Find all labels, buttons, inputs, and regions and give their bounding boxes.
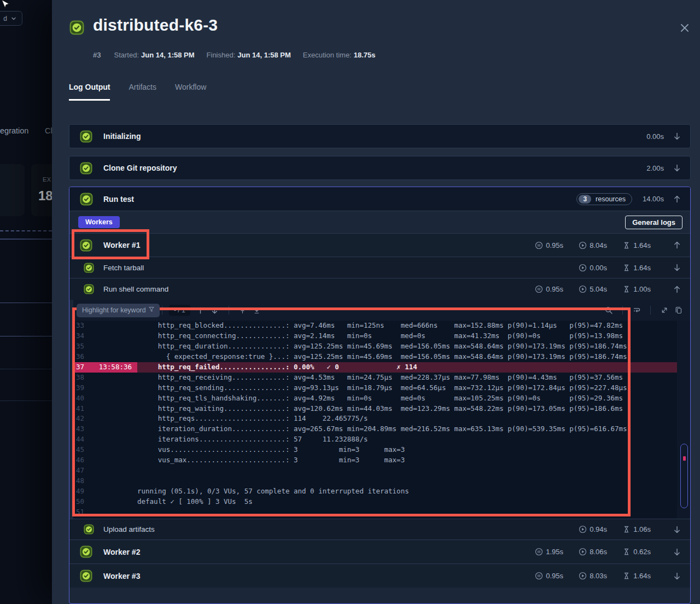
worker-row-2[interactable]: Worker #2 1.95s 8.06s 0.62s xyxy=(69,539,690,564)
collapse-button[interactable] xyxy=(664,235,690,255)
divider xyxy=(162,306,162,315)
log-line: 46 vus_max........................: 3 mi… xyxy=(73,455,677,466)
hourglass-icon xyxy=(622,572,631,580)
collapse-button[interactable] xyxy=(664,280,690,299)
job-details-panel: distributed-k6-3 #3 Started:Jun 14, 1:58… xyxy=(52,0,700,604)
total-time: 1.64s xyxy=(622,572,664,580)
previous-match-button[interactable] xyxy=(194,303,208,317)
total-time: 1.06s xyxy=(622,525,664,533)
worker-row-3[interactable]: Worker #3 0.95s 8.03s 1.64s xyxy=(69,564,690,588)
log-scrollbar[interactable] xyxy=(680,444,688,508)
resources-badge: 3 resources xyxy=(576,193,632,205)
pause-circle-icon xyxy=(535,572,543,580)
queue-time: 0.95s xyxy=(535,241,568,249)
log-line: 49running (05.1s), 0/3 VUs, 57 complete … xyxy=(73,486,677,497)
search-button[interactable] xyxy=(602,303,616,317)
step-success-icon xyxy=(80,162,92,175)
scroll-to-bottom-button[interactable] xyxy=(250,303,264,317)
copy-log-button[interactable] xyxy=(672,303,686,317)
expand-button[interactable] xyxy=(664,126,690,146)
arrow-to-bottom-icon xyxy=(253,306,261,315)
log-line: 36 { expected_response:true }...: avg=12… xyxy=(73,352,677,362)
expand-button[interactable] xyxy=(664,542,690,562)
log-lines: 33 http_req_blocked...............: avg=… xyxy=(73,321,677,519)
total-time: 1.00s xyxy=(622,285,664,293)
divider xyxy=(229,306,229,315)
worker-label: Worker #2 xyxy=(103,548,524,556)
play-circle-icon xyxy=(579,525,587,533)
wrap-lines-button[interactable] xyxy=(629,303,644,317)
play-circle-icon xyxy=(579,548,587,556)
match-counter: - / 1 xyxy=(169,305,190,316)
run-time: 5.04s xyxy=(579,285,611,293)
hourglass-icon xyxy=(622,548,631,556)
log-toolbar: - / 1 xyxy=(73,300,690,321)
page: d egration Cl EX 18 distributed-k6-3 #3 … xyxy=(0,0,700,604)
substep-success-icon xyxy=(84,263,94,273)
finished-at: Finished:Jun 14, 1:58 PM xyxy=(207,51,291,59)
log-line: 41 http_req_waiting...............: avg=… xyxy=(73,404,677,414)
wrap-text-icon xyxy=(632,306,641,315)
scrollbar-error-marker xyxy=(683,456,686,461)
tab-log-output[interactable]: Log Output xyxy=(69,83,110,101)
general-logs-button[interactable]: General logs xyxy=(625,216,682,229)
arrow-down-icon xyxy=(673,132,681,141)
log-line: 50default ✓ [ 100% ] 3 VUs 5s xyxy=(73,497,677,507)
pause-circle-icon xyxy=(535,548,543,556)
workers-tab-badge[interactable]: Workers xyxy=(78,216,120,228)
log-line: 47 xyxy=(73,466,677,476)
background-status-dropdown[interactable]: d xyxy=(0,11,22,26)
expand-button[interactable] xyxy=(664,566,690,586)
tab-workflow[interactable]: Workflow xyxy=(175,83,206,101)
pause-circle-icon xyxy=(535,241,543,249)
step-duration: 14.00s xyxy=(643,195,664,203)
worker-row-1[interactable]: Worker #1 0.95s 8.04s 1.64s xyxy=(69,233,690,257)
total-time: 1.64s xyxy=(622,264,664,272)
divider xyxy=(0,369,52,369)
step-label: Initializing xyxy=(103,132,615,141)
expand-button[interactable] xyxy=(664,158,690,178)
play-circle-icon xyxy=(579,572,587,580)
job-title: distributed-k6-3 xyxy=(93,16,218,34)
step-row-run-test[interactable]: Run test 3 resources 14.00s xyxy=(69,187,690,211)
background-card xyxy=(0,164,25,216)
hourglass-icon xyxy=(622,525,631,533)
run-time: 0.94s xyxy=(579,525,611,533)
worker-success-icon xyxy=(80,239,92,252)
hourglass-icon xyxy=(622,264,631,272)
run-time: 8.04s xyxy=(579,241,611,249)
close-icon xyxy=(679,22,691,34)
substep-row-run-shell-command[interactable]: Run shell command 0.95s 5.04s 1.00s xyxy=(69,278,690,300)
substep-row-fetch-tarball[interactable]: Fetch tarball 0.00s 1.64s xyxy=(69,257,690,278)
log-line: 3713:58:36 http_req_failed..............… xyxy=(73,362,677,373)
log-line: 38 http_req_receiving.............: avg=… xyxy=(73,373,677,383)
search-icon xyxy=(604,306,613,315)
arrow-down-icon xyxy=(673,572,681,580)
play-circle-icon xyxy=(579,264,587,272)
log-line: 40 http_req_tls_handshaking.......: avg=… xyxy=(73,393,677,404)
step-row-clone-git[interactable]: Clone Git repository 2.00s xyxy=(69,156,691,180)
copy-icon xyxy=(674,306,683,315)
queue-time: 0.95s xyxy=(535,285,568,293)
expand-button[interactable] xyxy=(664,258,690,277)
arrow-down-icon xyxy=(673,263,681,272)
worker-label: Worker #1 xyxy=(103,241,524,249)
play-circle-icon xyxy=(579,241,587,249)
step-duration: 2.00s xyxy=(646,164,664,172)
tab-artifacts[interactable]: Artifacts xyxy=(129,83,156,101)
expand-log-button[interactable] xyxy=(657,303,672,317)
filter-icon xyxy=(148,305,155,315)
substep-row-upload-artifacts[interactable]: Upload artifacts 0.94s 1.06s xyxy=(69,519,690,539)
step-label: Run test xyxy=(103,195,576,204)
collapse-button[interactable] xyxy=(664,189,690,209)
expand-button[interactable] xyxy=(664,520,690,539)
scroll-to-top-button[interactable] xyxy=(236,303,250,317)
log-line: 35 http_req_duration..............: avg=… xyxy=(73,341,677,352)
arrow-up-icon xyxy=(673,241,681,249)
close-button[interactable] xyxy=(678,22,691,35)
next-match-button[interactable] xyxy=(208,303,222,317)
arrow-down-icon xyxy=(211,306,219,315)
total-time: 0.62s xyxy=(622,548,664,556)
chevron-down-icon xyxy=(10,15,17,22)
step-row-initializing[interactable]: Initializing 0.00s xyxy=(69,124,691,148)
